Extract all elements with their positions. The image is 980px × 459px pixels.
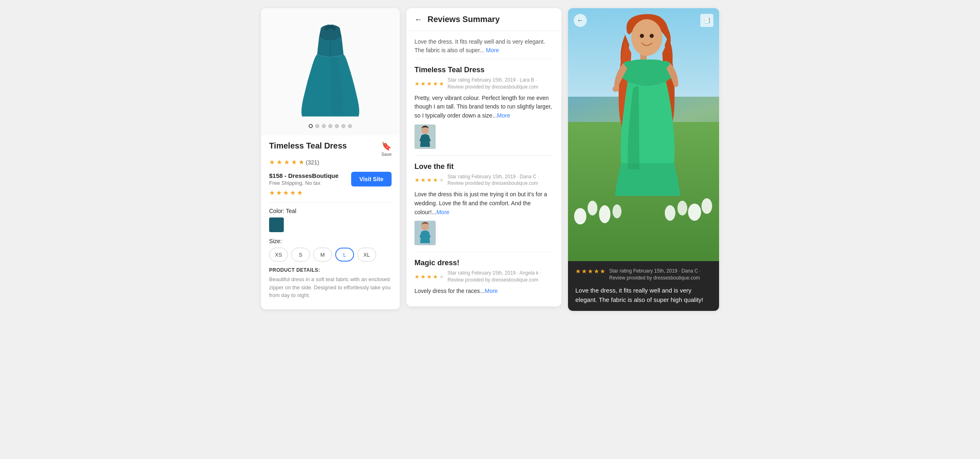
reviews-title: Reviews Summary	[428, 15, 500, 24]
details-text: Beautiful dress in a soft teal fabric wi…	[269, 275, 392, 299]
dot-5[interactable]	[335, 124, 339, 128]
woman-figure	[586, 8, 701, 237]
size-options: XS S M L XL	[269, 248, 392, 262]
star-5-half: ★	[298, 158, 304, 166]
color-swatch-teal[interactable]	[269, 217, 284, 232]
seller-star-5: ★	[297, 189, 303, 197]
review-3-text: Lovely dress for the races...More	[414, 287, 553, 296]
teaser-text: Love the dress. It fits really well and …	[414, 38, 545, 53]
mobile-bookmark-button[interactable]: 📑	[700, 14, 713, 27]
review-3-source-line: Review provided by dressesboutique.com	[448, 277, 541, 284]
visit-site-button[interactable]: Visit Site	[351, 172, 392, 186]
svg-point-12	[574, 208, 586, 224]
review-count: (321)	[306, 159, 319, 166]
review-3-meta: ★ ★ ★ ★ ★ Star rating February 15th, 201…	[414, 270, 553, 284]
mobile-meta-line1: Star rating February 15th, 2019 · Dana C…	[609, 268, 701, 275]
reviews-scroll-area[interactable]: Love the dress. It fits really well and …	[406, 31, 561, 306]
seller-rating-stars: ★ ★ ★ ★ ★	[269, 189, 392, 197]
review-3-more-link[interactable]: More	[485, 288, 498, 294]
reviews-panel: ← Reviews Summary Love the dress. It fit…	[406, 8, 561, 306]
product-panel: Timeless Teal Dress 🔖 Save ★ ★ ★ ★ ★ (32…	[261, 8, 400, 309]
color-label: Color: Teal	[269, 208, 392, 214]
save-button[interactable]: 🔖 Save	[381, 141, 392, 157]
review-2-stars: ★ ★ ★ ★ ★	[414, 177, 444, 183]
mobile-back-button[interactable]: ←	[574, 14, 587, 27]
review-3-title: Magic dress!	[414, 259, 553, 267]
review-3-meta-line: Star rating February 15th, 2019 · Angela…	[448, 270, 541, 277]
shipping-info: Free Shipping. No tax	[269, 180, 339, 186]
seller-separator: -	[285, 172, 288, 179]
review-1-title: Timeless Teal Dress	[414, 66, 553, 74]
price: $158	[269, 172, 283, 179]
review-1-thumb	[414, 124, 436, 149]
review-2-more-link[interactable]: More	[437, 209, 450, 215]
star-1: ★	[269, 158, 275, 166]
size-label: Size:	[269, 238, 392, 244]
review-1-meta: ★ ★ ★ ★ ★ Star rating February 15th, 201…	[414, 77, 553, 91]
mobile-review-meta: ★ ★ ★ ★ ★ Star rating February 15th, 201…	[575, 268, 712, 282]
review-1-text: Pretty, very vibrant colour. Perfect len…	[414, 94, 553, 120]
product-title-row: Timeless Teal Dress 🔖 Save	[269, 141, 392, 157]
review-2-meta-line: Star rating February 15th, 2019 · Dana C…	[448, 173, 539, 180]
save-label: Save	[381, 152, 392, 157]
reviews-header: ← Reviews Summary	[406, 8, 561, 31]
bookmark-icon: 🔖	[381, 141, 392, 151]
dot-1[interactable]	[309, 124, 313, 128]
size-l[interactable]: L	[335, 248, 354, 262]
size-xl[interactable]: XL	[357, 248, 376, 262]
seller-star-2: ★	[276, 189, 282, 197]
size-s[interactable]: S	[291, 248, 310, 262]
product-details-section: PRODUCT DETAILS: Beautiful dress in a so…	[261, 267, 400, 299]
seller-name: DressesBoutique	[288, 172, 339, 179]
seller-star-3: ★	[283, 189, 289, 197]
dot-7[interactable]	[348, 124, 352, 128]
price-row: $158 - DressesBoutique Free Shipping. No…	[269, 172, 392, 186]
divider	[269, 202, 392, 203]
mobile-review-card: ★ ★ ★ ★ ★ Star rating February 15th, 201…	[568, 261, 719, 311]
star-4: ★	[291, 158, 297, 166]
mobile-photo-area: ← 📑	[568, 8, 719, 261]
mobile-meta-line2: Review provided by dressesboutique.com	[609, 275, 701, 282]
size-m[interactable]: M	[313, 248, 332, 262]
dot-3[interactable]	[322, 124, 326, 128]
dot-2[interactable]	[315, 124, 319, 128]
review-1-source-line: Review provided by dressesboutique.com	[448, 84, 538, 91]
product-info-section: Timeless Teal Dress 🔖 Save ★ ★ ★ ★ ★ (32…	[261, 135, 400, 203]
review-3-source: Star rating February 15th, 2019 · Angela…	[448, 270, 541, 284]
price-info: $158 - DressesBoutique Free Shipping. No…	[269, 172, 339, 186]
mobile-review-text: Love the dress, it fits really well and …	[575, 286, 712, 305]
star-3: ★	[284, 158, 290, 166]
svg-point-23	[650, 34, 654, 38]
dot-4[interactable]	[328, 124, 332, 128]
review-1-meta-line: Star rating February 15th, 2019 · Lara B…	[448, 77, 538, 84]
star-2: ★	[276, 158, 282, 166]
review-item-1: Timeless Teal Dress ★ ★ ★ ★ ★ Star ratin…	[414, 59, 553, 156]
review-2-meta: ★ ★ ★ ★ ★ Star rating February 15th, 201…	[414, 173, 553, 187]
seller-star-1: ★	[269, 189, 275, 197]
dot-6[interactable]	[341, 124, 345, 128]
review-1-more-link[interactable]: More	[497, 112, 510, 119]
review-1-thumb-image	[414, 124, 436, 149]
size-xs[interactable]: XS	[269, 248, 288, 262]
mobile-bookmark-icon: 📑	[704, 17, 710, 24]
product-dress-image	[290, 20, 371, 118]
svg-point-16	[702, 198, 712, 214]
size-section: Size: XS S M L XL	[261, 238, 400, 262]
review-item-2: Love the fit ★ ★ ★ ★ ★ Star rating Febru…	[414, 156, 553, 253]
mobile-review-stars: ★ ★ ★ ★ ★	[575, 268, 605, 275]
product-rating-row: ★ ★ ★ ★ ★ (321)	[269, 158, 392, 166]
review-1-stars: ★ ★ ★ ★ ★	[414, 80, 444, 87]
product-title: Timeless Teal Dress	[269, 141, 347, 151]
svg-point-22	[640, 34, 644, 38]
review-2-title: Love the fit	[414, 162, 553, 171]
review-2-thumb-image	[414, 221, 436, 245]
review-1-source: Star rating February 15th, 2019 · Lara B…	[448, 77, 538, 91]
review-2-thumb	[414, 221, 436, 245]
price-and-seller: $158 - DressesBoutique	[269, 172, 339, 179]
review-2-text: Love the dress this is just me trying it…	[414, 190, 553, 217]
teaser-more-link[interactable]: More	[486, 47, 499, 53]
details-title: PRODUCT DETAILS:	[269, 267, 392, 273]
review-2-source: Star rating February 15th, 2019 · Dana C…	[448, 173, 539, 187]
back-arrow-icon[interactable]: ←	[414, 15, 423, 24]
review-2-source-line: Review provided by dressesboutique.com	[448, 180, 539, 187]
